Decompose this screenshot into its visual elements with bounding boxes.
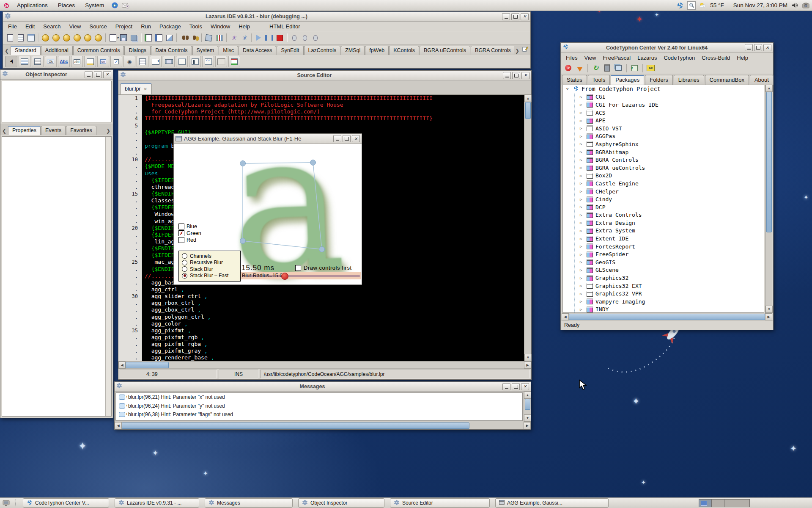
menu-source[interactable]: Source: [90, 23, 107, 30]
expand-icon[interactable]: ▷: [580, 244, 584, 248]
workspace-4[interactable]: [737, 500, 749, 507]
menu-lazarus[interactable]: Lazarus: [637, 55, 657, 61]
menu-cross-build[interactable]: Cross-Build: [702, 55, 730, 61]
palette-tab-kcontols[interactable]: KContols: [389, 46, 419, 55]
taskbar-button-lazarus-ide-v0-9-31[interactable]: Lazarus IDE v0.9.31 - ...: [115, 498, 199, 508]
slider-knob[interactable]: [281, 273, 288, 280]
editor-horizontal-scrollbar[interactable]: ◀ ▶: [118, 361, 531, 368]
taskbar-button-messages[interactable]: Messages: [205, 498, 293, 508]
build64-icon[interactable]: 64: [646, 63, 656, 73]
run-icon[interactable]: [254, 33, 263, 43]
groupbox-icon[interactable]: [176, 56, 188, 67]
weather-icon[interactable]: [699, 2, 707, 9]
package-item-ape[interactable]: ▷APE: [563, 116, 764, 124]
menu-help[interactable]: Help: [239, 23, 250, 30]
workspace-2[interactable]: [712, 500, 724, 507]
tab-blur-lpr[interactable]: blur.lpr ✕: [120, 83, 152, 94]
action-list-icon[interactable]: [228, 56, 240, 67]
expand-icon[interactable]: ▷: [580, 134, 584, 138]
package-item-cindy[interactable]: ▷Cindy: [563, 195, 764, 203]
expand-icon[interactable]: ▷: [580, 166, 584, 170]
package-item-cgi[interactable]: ▷CGI: [563, 93, 764, 101]
minimize-button[interactable]: [85, 71, 93, 78]
package-item-geogis[interactable]: ▷GeoGIS: [563, 258, 764, 266]
expand-icon[interactable]: ▷: [580, 276, 584, 280]
package-item-vampyre-imaging[interactable]: ▷Vampyre Imaging: [563, 298, 764, 306]
open-icon[interactable]: [41, 33, 50, 43]
menu-project[interactable]: Project: [115, 23, 132, 30]
checkgroup-icon[interactable]: [202, 56, 214, 67]
expand-icon[interactable]: ▷: [580, 189, 584, 193]
expand-icon[interactable]: ▷: [580, 158, 584, 162]
scroll-right-icon[interactable]: ▶: [524, 422, 531, 429]
step-into-icon[interactable]: [289, 33, 299, 43]
panel-icon[interactable]: [215, 56, 227, 67]
package-item-aggpas[interactable]: ▷AGGPas: [563, 133, 764, 141]
tab-favorites[interactable]: Favorites: [66, 126, 96, 135]
expand-icon[interactable]: ▷: [580, 268, 584, 272]
taskbar-button-codetyphon-center-v[interactable]: CodeTyphon Center V...: [23, 498, 109, 508]
palette-scroll-right-icon[interactable]: ❯: [514, 48, 521, 55]
step-over-icon[interactable]: [300, 33, 310, 43]
menu-tools[interactable]: Tools: [189, 23, 202, 30]
agg-titlebar[interactable]: AGG Example. Gaussian and Stack Blur (F1…: [174, 134, 362, 144]
browser-icon[interactable]: [111, 2, 118, 9]
scroll-down-icon[interactable]: ▼: [524, 414, 531, 422]
minimize-button[interactable]: [503, 72, 511, 79]
minimize-button[interactable]: [502, 13, 510, 20]
scroll-up-icon[interactable]: ▲: [765, 85, 773, 92]
package-item-bgrabitmap[interactable]: ▷BGRAbitmap: [563, 148, 764, 156]
expand-icon[interactable]: ▷: [580, 260, 584, 264]
close-button[interactable]: [521, 13, 529, 20]
component-tree-pane[interactable]: [2, 81, 112, 122]
tab-libraries[interactable]: Libraries: [674, 75, 704, 85]
palette-tab-additional[interactable]: Additional: [41, 46, 73, 55]
tab-about[interactable]: About: [750, 75, 774, 85]
package-item-bgra-controls[interactable]: ▷BGRA Controls: [563, 156, 764, 164]
find-next-icon[interactable]: [189, 33, 199, 43]
package-item-graphics32[interactable]: ▷Graphics32: [563, 274, 764, 282]
scroll-down-icon[interactable]: ▼: [765, 306, 773, 313]
scroll-right-icon[interactable]: ▶: [524, 362, 531, 369]
select-tool-icon[interactable]: [5, 56, 17, 67]
menu-freepascal[interactable]: FreePascal: [603, 55, 631, 61]
palette-scroll-left-icon[interactable]: ❮: [4, 48, 11, 55]
menu-system[interactable]: System: [82, 1, 107, 9]
package-item-acs[interactable]: ▷ACS: [563, 109, 764, 117]
maximize-button[interactable]: [512, 383, 520, 390]
workspace-3[interactable]: [724, 500, 737, 507]
expand-icon[interactable]: ▷: [580, 229, 584, 233]
open-recent-icon[interactable]: [83, 33, 93, 43]
expand-icon[interactable]: ▷: [580, 95, 584, 99]
configure-build-icon[interactable]: [229, 33, 239, 43]
expand-icon[interactable]: ▷: [580, 110, 584, 115]
close-button[interactable]: [352, 135, 360, 142]
palette-tab-bgra-uecontrols[interactable]: BGRA uEControls: [420, 46, 470, 55]
package-item-dcp[interactable]: ▷DCP: [563, 203, 764, 211]
palette-tab-system[interactable]: System: [192, 46, 219, 55]
menu-package[interactable]: Package: [159, 23, 181, 30]
taskbar-button-source-editor[interactable]: Source Editor: [390, 498, 490, 508]
package-item-extra-design[interactable]: ▷Extra Design: [563, 219, 764, 227]
polygon-control-overlay[interactable]: [174, 144, 362, 284]
workspace-switcher[interactable]: [699, 499, 750, 507]
package-item-extra-system[interactable]: ▷Extra System: [563, 227, 764, 235]
messages-vertical-scrollbar[interactable]: ▲ ▼: [524, 392, 531, 422]
package-item-chelper[interactable]: ▷CHelper: [563, 188, 764, 196]
menu-help[interactable]: Help: [737, 55, 748, 61]
step-out-icon[interactable]: [310, 33, 320, 43]
package-item-indy[interactable]: ▷INDY: [563, 306, 764, 313]
expand-icon[interactable]: ▷: [580, 205, 584, 209]
taskbar-button-agg-example-gaussi[interactable]: AGG Example. Gaussi...: [495, 498, 609, 508]
menu-file[interactable]: File: [8, 23, 17, 30]
popup-menu-icon[interactable]: [32, 56, 44, 67]
main-menu-icon[interactable]: [19, 56, 30, 67]
close-button[interactable]: [763, 44, 771, 51]
scrollbar-icon[interactable]: [163, 56, 175, 67]
palette-tab-fpweb[interactable]: fpWeb: [365, 46, 389, 55]
palette-edit-icon[interactable]: [521, 46, 529, 55]
show-desktop-icon[interactable]: [2, 499, 10, 507]
lazarus-titlebar[interactable]: Lazarus IDE v0.9.31 - blur (debugging ..…: [3, 12, 530, 22]
expand-icon[interactable]: ▷: [580, 221, 584, 225]
package-item-fortesreport[interactable]: ▷FortesReport: [563, 243, 764, 251]
